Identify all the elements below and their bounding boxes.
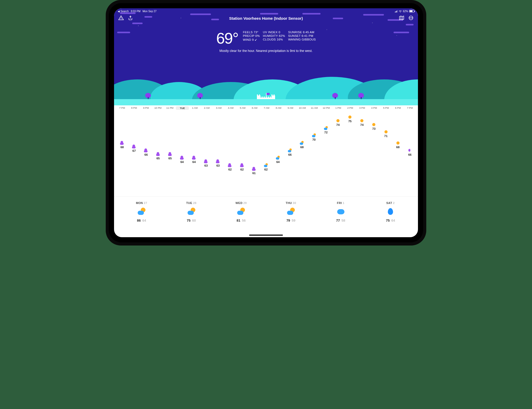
moon-cloud-icon — [252, 167, 256, 171]
hour-column[interactable]: 66 — [284, 112, 296, 193]
moon-cloud-icon — [156, 152, 160, 156]
day-name: WED29 — [216, 201, 266, 204]
hour-column[interactable]: 73 — [368, 112, 380, 193]
hour-label: 12 PM — [320, 106, 332, 110]
day-number: 1 — [343, 201, 344, 204]
day-low: 64 — [391, 219, 395, 222]
hour-column[interactable]: 64 — [176, 112, 188, 193]
hour-column[interactable]: 72 — [320, 112, 332, 193]
hour-column[interactable]: 71 — [380, 112, 392, 193]
moon-cloud-icon — [144, 148, 148, 153]
hour-column[interactable]: 74 — [332, 112, 344, 193]
hour-column[interactable]: 63 — [212, 112, 224, 193]
current-conditions: 69° FEELS 73° PRECIP 0% WIND 9 ↙ UV INDE… — [216, 31, 316, 46]
hour-label: 9 PM — [140, 106, 152, 110]
day-forecast[interactable]: WED298156 — [216, 201, 266, 222]
back-to-search[interactable]: ◀ Search — [118, 10, 129, 13]
moon-cloud-icon — [228, 163, 232, 167]
hour-label: 7 AM — [261, 106, 272, 110]
hour-label: 1 AM — [189, 106, 201, 110]
battery-percent: 62% — [403, 10, 408, 13]
moon-cloud-icon — [132, 145, 136, 149]
hour-label: 3 AM — [213, 106, 225, 110]
day-high: 81 — [237, 219, 240, 222]
hour-label: 5 AM — [237, 106, 249, 110]
hour-column[interactable]: 65 — [164, 112, 176, 193]
hour-column[interactable]: 70 — [308, 112, 320, 193]
hour-column[interactable]: 62 — [236, 112, 248, 193]
day-name: FRI1 — [316, 201, 366, 204]
hour-column[interactable]: 65 — [152, 112, 164, 193]
hour-temp: 65 — [168, 157, 172, 160]
sun-icon — [372, 122, 376, 127]
hour-temp: 68 — [120, 146, 124, 149]
hour-column[interactable]: 75 — [344, 112, 356, 193]
home-indicator[interactable] — [249, 235, 283, 236]
hour-temp: 74 — [336, 123, 340, 126]
hour-temp: 66 — [288, 153, 292, 156]
moon-cloud-icon — [168, 152, 172, 156]
hour-column[interactable]: 68 — [392, 112, 404, 193]
hour-label: 5 PM — [380, 106, 392, 110]
hour-temp: 70 — [312, 138, 316, 141]
status-date: Mon Sep 27 — [143, 10, 157, 13]
day-forecast[interactable]: MON278664 — [117, 201, 167, 222]
moon-cloud-icon — [216, 159, 220, 163]
hour-label: 2 PM — [344, 106, 356, 110]
daily-forecast[interactable]: MON278664TUE287560WED298156THU307959FRI1… — [114, 196, 418, 230]
hourly-forecast[interactable]: 7 PM8 PM9 PM10 PM11 PMTUE1 AM2 AM3 AM4 A… — [114, 105, 418, 196]
station-title[interactable]: Station Voorhees Home (Indoor Sensor) — [114, 16, 418, 21]
hour-column[interactable]: 64 — [188, 112, 200, 193]
hour-column[interactable]: 63 — [200, 112, 212, 193]
day-high: 79 — [286, 219, 290, 222]
cellular-icon — [395, 10, 398, 12]
sun-cloud-icon — [312, 133, 316, 138]
day-low: 64 — [142, 219, 146, 222]
day-forecast[interactable]: THU307959 — [266, 201, 316, 222]
status-bar: ◀ Search 8:03 PM Mon Sep 27 62% — [114, 8, 418, 13]
day-forecast[interactable]: TUE287560 — [167, 201, 216, 222]
day-high: 77 — [336, 219, 340, 222]
sun-cloud-icon — [237, 208, 245, 215]
hour-temp: 64 — [180, 160, 184, 163]
hour-column[interactable]: 74 — [356, 112, 368, 193]
status-time: 8:03 PM — [131, 10, 140, 13]
cloud-icon — [337, 208, 345, 215]
rain-icon — [387, 208, 394, 215]
hour-temp: 64 — [192, 160, 196, 163]
sun-cloud-icon — [276, 156, 280, 160]
hour-label: 9 AM — [284, 106, 296, 110]
feels-like: FEELS 73° — [243, 31, 260, 34]
day-name: TUE28 — [167, 201, 216, 204]
hour-column[interactable]: 68 — [296, 112, 308, 193]
hour-temp: 65 — [156, 157, 160, 160]
hour-label: 11 PM — [164, 106, 176, 110]
hour-temp: 66 — [408, 153, 412, 156]
hour-column[interactable]: 64 — [272, 112, 284, 193]
sun-cloud-icon — [288, 148, 292, 153]
moon-phase: WANING GIBBOUS — [288, 38, 316, 41]
day-forecast[interactable]: FRI17758 — [316, 201, 366, 222]
hour-column[interactable]: 68 — [116, 112, 128, 193]
hour-column[interactable]: 67 — [128, 112, 140, 193]
day-high: 75 — [187, 219, 190, 222]
hour-column[interactable]: 62 — [224, 112, 236, 193]
moon-cloud-icon — [192, 156, 196, 160]
wifi-icon — [399, 10, 402, 12]
hour-temp: 62 — [240, 168, 244, 171]
moon-cloud-icon — [240, 163, 244, 167]
hour-column[interactable]: 61 — [248, 112, 260, 193]
hour-temp: 63 — [204, 164, 208, 167]
day-low: 60 — [192, 219, 196, 222]
day-forecast[interactable]: SAT27564 — [365, 201, 415, 222]
day-name: SAT2 — [365, 201, 415, 204]
hour-label: 11 AM — [308, 106, 320, 110]
hour-label: 3 PM — [356, 106, 368, 110]
hour-temp: 62 — [264, 168, 268, 171]
hour-temp: 61 — [252, 172, 256, 175]
day-number: 29 — [243, 201, 247, 204]
hour-column[interactable]: 66 — [404, 112, 416, 193]
hour-column[interactable]: 66 — [140, 112, 152, 193]
hour-column[interactable]: 62 — [260, 112, 272, 193]
sun-icon — [336, 119, 340, 123]
